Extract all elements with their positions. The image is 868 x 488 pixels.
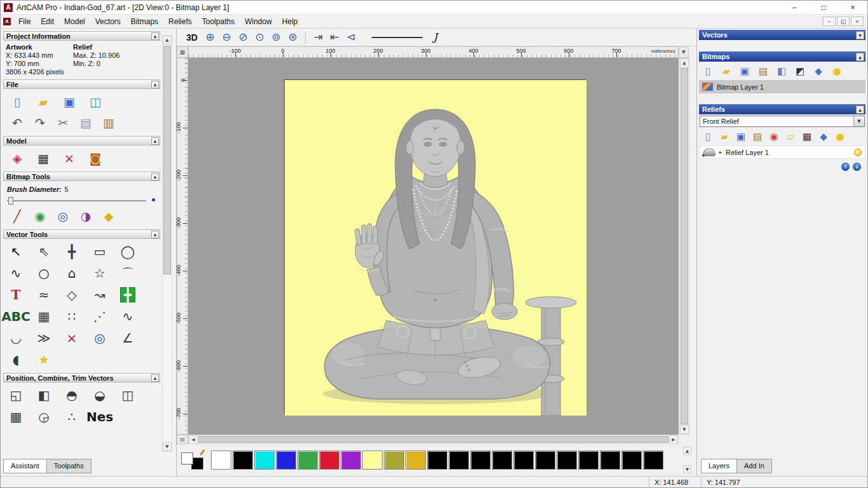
collapse-vectors-button[interactable]: ▼ <box>856 31 864 39</box>
create-text-icon[interactable]: T <box>8 287 24 302</box>
color-swatch[interactable] <box>557 451 577 470</box>
align-bottom-icon[interactable]: ◒ <box>92 388 107 403</box>
set-model-size-icon[interactable]: ◈ <box>10 151 25 166</box>
color-swatch[interactable] <box>211 451 231 470</box>
copy-icon[interactable]: ▤ <box>78 115 93 130</box>
centre-in-page-icon[interactable]: ◱ <box>8 388 24 403</box>
color-swatch[interactable] <box>297 451 318 470</box>
smooth-polyline-icon[interactable]: ∿ <box>120 309 135 324</box>
rotate-copy-icon[interactable]: ◶ <box>36 409 51 424</box>
move-layer-down-button[interactable]: ↓ <box>853 163 861 171</box>
relief-combine-icon[interactable]: ◉ <box>768 131 780 142</box>
color-swatch[interactable] <box>600 451 620 470</box>
relief-select-dropdown-button[interactable]: ▼ <box>853 116 864 126</box>
node-editing-icon[interactable]: ⇖ <box>36 244 51 259</box>
set-model-position-icon[interactable]: ▦ <box>36 151 51 166</box>
export-model-icon[interactable]: ◫ <box>88 94 103 109</box>
menu-reliefs[interactable]: Reliefs <box>163 15 197 28</box>
relief-visibility-icon[interactable]: ● <box>834 131 846 142</box>
primary-colour-swatch[interactable] <box>181 452 193 464</box>
relief-visibility-bulb-icon[interactable] <box>854 149 862 156</box>
can-scroll-up-arrow[interactable]: ▲ <box>680 58 689 67</box>
create-star-icon[interactable]: ☆ <box>92 266 107 281</box>
colour-palette-icon[interactable]: ◑ <box>78 208 93 224</box>
menu-vectors[interactable]: Vectors <box>90 15 126 28</box>
save-model-icon[interactable]: ▣ <box>62 94 77 109</box>
scrollbar-thumb[interactable] <box>163 46 171 274</box>
bitmap-link-icon[interactable]: ◆ <box>813 65 824 77</box>
color-swatch[interactable] <box>643 451 663 470</box>
zoom-in-icon[interactable]: ⊕ <box>203 30 217 44</box>
collapse-project-info-button[interactable]: ▲ <box>151 32 159 40</box>
new-bitmap-layer-icon[interactable]: ▯ <box>702 65 714 77</box>
color-swatch[interactable] <box>276 451 296 470</box>
collapse-position-tools-button[interactable]: ▲ <box>151 374 159 382</box>
text-block-icon[interactable]: ABC <box>8 309 24 324</box>
relief-layer-expander[interactable]: ▸ <box>719 149 722 155</box>
save-bitmap-layer-icon[interactable]: ▣ <box>739 65 750 77</box>
paste-vector-icon[interactable]: ╋ <box>120 287 135 302</box>
select-vectors-icon[interactable]: ↖ <box>8 244 24 259</box>
align-left-icon[interactable]: ◧ <box>36 388 51 403</box>
mirror-vectors-icon[interactable]: ◫ <box>120 388 135 403</box>
free-polyline-icon[interactable]: ⋰ <box>92 309 107 324</box>
brush-diameter-slider[interactable] <box>7 196 155 206</box>
slider-handle[interactable] <box>8 197 13 205</box>
maximize-button[interactable]: □ <box>809 1 838 14</box>
close-button[interactable]: × <box>838 1 867 14</box>
open-relief-layer-icon[interactable]: ▰ <box>719 131 730 142</box>
fillet-icon[interactable]: ◖ <box>8 352 24 367</box>
zoom-1to1-icon[interactable]: ⊲ <box>344 30 358 44</box>
create-polyline-icon[interactable]: ∿ <box>8 266 24 281</box>
zoom-window-icon[interactable]: ⊛ <box>285 30 300 44</box>
relief-calculator-icon[interactable]: ▦ <box>801 131 813 142</box>
menu-model[interactable]: Model <box>59 15 90 28</box>
palette-scroll-down-arrow[interactable]: ▼ <box>683 465 691 473</box>
relief-scale-icon[interactable]: ▱ <box>785 131 796 142</box>
vector-direction-icon[interactable]: ≫ <box>36 330 51 346</box>
save-relief-layer-icon[interactable]: ▣ <box>735 131 747 142</box>
bitmap-contrast-icon[interactable]: ◧ <box>776 65 787 77</box>
color-swatch[interactable] <box>254 451 275 470</box>
line-width-preview[interactable] <box>372 37 423 38</box>
merge-bitmap-icon[interactable]: ▤ <box>757 65 769 77</box>
tab-toolpaths[interactable]: Toolpaths <box>46 459 92 473</box>
redo-icon[interactable]: ↷ <box>32 115 48 130</box>
paint-selective-icon[interactable]: ◉ <box>32 208 48 224</box>
collapse-reliefs-button[interactable]: ▲ <box>856 105 864 114</box>
tab-add-in[interactable]: Add In <box>736 459 772 473</box>
can-scroll-down-arrow[interactable]: ▼ <box>680 425 689 434</box>
load-reference-image-icon[interactable]: ◙ <box>88 151 103 166</box>
collapse-model-button[interactable]: ▲ <box>151 137 159 145</box>
color-swatch[interactable] <box>405 451 426 470</box>
nesting-icon[interactable]: Nes <box>92 409 107 424</box>
color-swatch[interactable] <box>578 451 599 470</box>
canvas-vertical-scrollbar[interactable]: ▲ ▼ <box>679 58 689 435</box>
bitmap-visibility-icon[interactable]: ● <box>831 65 843 77</box>
move-layer-up-button[interactable]: ↑ <box>841 163 850 171</box>
menu-file[interactable]: File <box>13 15 36 28</box>
vector-texture-icon[interactable]: ∷ <box>64 309 79 324</box>
artwork-canvas-image[interactable] <box>284 79 586 415</box>
color-swatch[interactable] <box>233 451 253 470</box>
ruler-options-button[interactable]: ▼ <box>679 46 689 58</box>
can-scroll-left-arrow[interactable]: ◀ <box>189 435 198 444</box>
collapse-vector-tools-button[interactable]: ▲ <box>151 231 159 238</box>
paint-icon[interactable]: ╱ <box>10 208 25 224</box>
drawing-canvas[interactable] <box>188 58 679 435</box>
tab-layers[interactable]: Layers <box>701 459 737 473</box>
color-swatch[interactable] <box>513 451 534 470</box>
collapse-bitmap-tools-button[interactable]: ▲ <box>151 173 159 180</box>
color-swatch[interactable] <box>384 451 404 470</box>
align-top-icon[interactable]: ◓ <box>64 388 79 403</box>
color-swatch[interactable] <box>319 451 339 470</box>
new-relief-layer-icon[interactable]: ▯ <box>702 131 714 142</box>
relief-layer-name[interactable]: Relief Layer 1 <box>726 149 769 156</box>
paste-icon[interactable]: ▥ <box>101 115 116 130</box>
color-swatch[interactable] <box>427 451 447 470</box>
create-ellipse-icon[interactable]: ○ <box>36 266 51 281</box>
collapse-bitmaps-button[interactable]: ▲ <box>856 53 864 61</box>
relief-link-icon[interactable]: ◆ <box>818 131 829 142</box>
block-copy-icon[interactable]: ▦ <box>8 409 24 424</box>
zoom-object-icon[interactable]: ⊚ <box>269 30 283 44</box>
